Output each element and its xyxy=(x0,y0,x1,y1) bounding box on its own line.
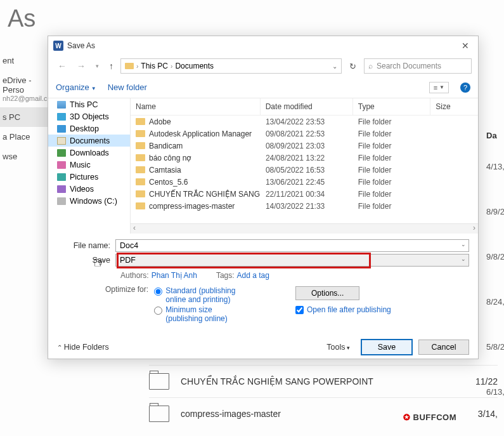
close-button[interactable]: ✕ xyxy=(458,41,473,51)
table-row[interactable]: compress-images-master14/03/2022 21:33Fi… xyxy=(131,200,478,212)
file-size xyxy=(430,182,478,183)
file-name: Camtasia xyxy=(149,166,181,175)
chevron-down-icon[interactable]: ⌄ xyxy=(461,256,466,262)
file-size xyxy=(430,133,478,135)
bg-sidebar: ent eDrive - Perso nh22@gmail.c s PC a P… xyxy=(0,51,48,166)
tree-icon xyxy=(57,149,66,157)
options-button[interactable]: Options... xyxy=(295,286,359,300)
file-date: 08/05/2022 16:53 xyxy=(261,165,353,175)
tree-item-desktop[interactable]: Desktop xyxy=(48,122,130,135)
column-date[interactable]: Date modified xyxy=(261,98,353,115)
table-row[interactable]: Bandicam08/09/2021 23:03File folder xyxy=(131,140,478,152)
dialog-title: Save As xyxy=(67,41,458,50)
tree-item-3d-objects[interactable]: 3D Objects xyxy=(48,110,130,122)
search-icon: ⌕ xyxy=(368,62,373,70)
tree-item-pictures[interactable]: Pictures xyxy=(48,171,130,183)
column-size[interactable]: Size xyxy=(430,98,478,115)
refresh-button[interactable]: ↻ xyxy=(346,62,360,71)
tools-menu[interactable]: Tools xyxy=(326,343,350,352)
breadcrumb[interactable]: This PC xyxy=(141,62,168,70)
location-bar[interactable]: › This PC › Documents ⌄ xyxy=(120,58,342,74)
open-after-checkbox[interactable]: Open file after publishing xyxy=(295,305,469,314)
tree-item-downloads[interactable]: Downloads xyxy=(48,147,130,159)
forward-button[interactable]: → xyxy=(74,60,89,72)
organize-menu[interactable]: Organize▼ xyxy=(56,83,96,92)
file-size xyxy=(430,169,478,171)
tree-item-music[interactable]: Music xyxy=(48,159,130,171)
back-button[interactable]: ← xyxy=(55,60,70,72)
file-name: Centos_5.6 xyxy=(149,178,188,187)
tree-icon xyxy=(57,101,66,109)
toolbar: Organize▼ New folder ≡▼ ? xyxy=(48,77,478,98)
up-button[interactable]: ↑ xyxy=(106,60,117,72)
button-row: Hide Folders Tools Save Cancel xyxy=(48,331,478,359)
bg-date: 8/9/2 xyxy=(485,189,504,234)
table-row[interactable]: Adobe13/04/2022 23:53File folder xyxy=(131,116,478,128)
optimize-standard-radio[interactable]: Standard (publishing online and printing… xyxy=(154,286,249,304)
authors-value[interactable]: Phan Thị Anh xyxy=(152,271,197,280)
file-type: File folder xyxy=(353,117,430,127)
file-date: 13/04/2022 23:53 xyxy=(261,117,353,127)
bg-date: 5/8/2 xyxy=(485,324,504,369)
file-name: compress-images-master xyxy=(149,202,235,211)
checkbox-input[interactable] xyxy=(295,306,304,314)
folder-icon xyxy=(149,373,169,390)
tree-icon xyxy=(57,185,66,193)
tree-label: Music xyxy=(70,161,91,169)
file-name-input[interactable]: Doc4⌄ xyxy=(115,239,469,252)
file-type: File folder xyxy=(353,201,430,211)
table-row[interactable]: báo công nợ24/08/2021 13:22File folder xyxy=(131,152,478,164)
radio-input[interactable] xyxy=(154,287,162,296)
column-name[interactable]: Name xyxy=(131,98,261,115)
tags-value[interactable]: Add a tag xyxy=(237,271,269,280)
tree-icon xyxy=(57,173,66,181)
titlebar: W Save As ✕ xyxy=(48,36,478,55)
file-type: File folder xyxy=(353,153,430,163)
file-type: File folder xyxy=(353,141,430,151)
table-row[interactable]: CHUYỂN TRẮC NGHIỆM SANG POWERP...22/11/2… xyxy=(131,188,478,200)
tree-label: Desktop xyxy=(70,124,99,133)
optimize-minimum-radio[interactable]: Minimum size (publishing online) xyxy=(154,305,249,323)
breadcrumb[interactable]: Documents xyxy=(175,62,214,70)
file-size xyxy=(430,157,478,159)
folder-icon xyxy=(136,190,145,197)
view-menu[interactable]: ≡▼ xyxy=(429,82,449,93)
tree-icon xyxy=(57,125,66,133)
save-as-type-input[interactable]: PDF⌄ xyxy=(115,254,469,267)
cancel-button[interactable]: Cancel xyxy=(418,340,469,355)
new-folder-button[interactable]: New folder xyxy=(108,83,147,92)
table-row[interactable]: Autodesk Application Manager09/08/2021 2… xyxy=(131,128,478,140)
list-item[interactable]: CHUYỂN TRẮC NGHIỆM SANG POWERPOINT 11/22 xyxy=(149,365,498,397)
tags-label: Tags: xyxy=(216,271,235,280)
tree-label: Videos xyxy=(70,185,94,194)
recent-dropdown[interactable]: ▾ xyxy=(93,62,102,70)
scrollbar-horizontal[interactable] xyxy=(131,223,478,234)
chevron-down-icon[interactable]: ⌄ xyxy=(461,241,466,248)
search-input[interactable]: ⌕ Search Documents xyxy=(364,58,472,74)
bg-item: wse xyxy=(0,147,48,166)
tree-label: 3D Objects xyxy=(70,112,109,121)
tree-item-this-pc[interactable]: This PC xyxy=(48,98,130,110)
dialog-footer: File name: Doc4⌄ Save PDF⌄ ☜ Authors:Pha… xyxy=(48,234,478,331)
bg-item: a Place xyxy=(0,127,48,147)
table-row[interactable]: Camtasia08/05/2022 16:53File folder xyxy=(131,164,478,176)
file-name: Autodesk Application Manager xyxy=(149,129,252,138)
tree-item-windows-c-[interactable]: Windows (C:) xyxy=(48,195,130,207)
tree-icon xyxy=(57,161,66,169)
help-button[interactable]: ? xyxy=(460,83,470,93)
tree-icon xyxy=(57,137,66,145)
radio-input[interactable] xyxy=(154,307,162,315)
location-dropdown[interactable]: ⌄ xyxy=(332,63,337,70)
file-size xyxy=(430,194,478,195)
bg-date: 9/8/2 xyxy=(485,234,504,279)
table-row[interactable]: Centos_5.613/06/2021 22:45File folder xyxy=(131,176,478,188)
file-name: báo công nợ xyxy=(149,154,191,162)
save-button[interactable]: Save xyxy=(361,340,412,355)
column-type[interactable]: Type xyxy=(353,98,431,115)
chevron-down-icon: ▼ xyxy=(439,84,444,90)
tree-item-videos[interactable]: Videos xyxy=(48,183,130,195)
hide-folders-toggle[interactable]: Hide Folders xyxy=(57,343,109,352)
folder-date: 11/22 xyxy=(475,376,498,386)
folder-icon xyxy=(136,118,145,125)
tree-item-documents[interactable]: Documents xyxy=(48,135,130,147)
